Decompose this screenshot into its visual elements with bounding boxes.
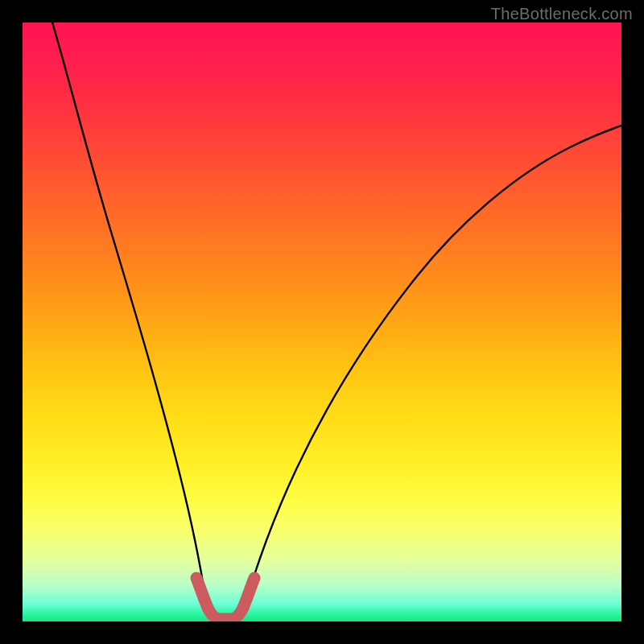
bottleneck-curve-right (242, 126, 621, 617)
watermark-text: TheBottleneck.com (491, 5, 633, 23)
optimum-band (196, 578, 254, 619)
plot-area (23, 23, 621, 621)
chart-outer-frame: TheBottleneck.com (0, 0, 644, 644)
curve-layer (23, 23, 621, 621)
bottleneck-curve-left (52, 23, 209, 617)
